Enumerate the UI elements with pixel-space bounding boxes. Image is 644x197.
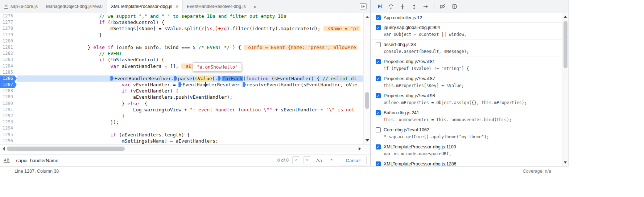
search-input[interactable]: [13, 157, 274, 164]
breakpoint-checkbox[interactable]: ✓: [376, 110, 381, 115]
deactivate-breakpoints-icon[interactable]: [438, 2, 447, 11]
line-number[interactable]: 1276: [0, 13, 17, 19]
line-number[interactable]: 1290: [0, 100, 17, 107]
breakpoint-checkbox[interactable]: [376, 42, 381, 47]
breakpoint-entry[interactable]: ✓Properties-dbg.js?eval:81if (typeof (sV…: [371, 57, 568, 74]
code-token: sValue: [195, 76, 212, 81]
breakpoint-entry[interactable]: ✓jquery.sap.global-dbg.js:904var oObject…: [371, 23, 568, 40]
line-number[interactable]: 1277: [0, 19, 17, 25]
breakpoint-gutter-marker[interactable]: 1286: [0, 75, 17, 82]
line-text: if (aEventHandlers.length) {: [17, 132, 370, 138]
line-number[interactable]: 1278: [0, 25, 17, 32]
tab-managedobject-dbg-js-eval[interactable]: ManagedObject-dbg.js?eval: [42, 0, 107, 13]
breakpoint-entry[interactable]: ✓Properties-dbg.js?eval:98oClone.mProper…: [371, 91, 568, 108]
close-icon[interactable]: ×: [176, 4, 178, 9]
step-icon[interactable]: [421, 2, 430, 11]
breakpoint-checkbox[interactable]: ✓: [376, 76, 381, 81]
editor-horizontal-scrollbar[interactable]: [0, 144, 370, 152]
scroll-right-arrow-icon[interactable]: [359, 147, 361, 151]
breakpoint-entry[interactable]: assert-dbg.js:33console.assert(bResult, …: [371, 40, 568, 57]
line-number[interactable]: 1292: [0, 113, 17, 119]
breakpoint-checkbox[interactable]: ✓: [376, 15, 381, 20]
breakpoint-entry[interactable]: Core-dbg.js?eval:1062* sap.ui.getCore().…: [371, 125, 568, 142]
horizontal-scrollbar-thumb[interactable]: [7, 147, 125, 151]
inline-breakpoint-marker-icon[interactable]: [243, 82, 246, 87]
breakpoint-entry[interactable]: ✓Button-dbg.js:241this._onmouseenter = t…: [371, 108, 568, 125]
breakpoint-entry[interactable]: ✓XMLTemplateProcessor-dbg.js:1286EventHa…: [371, 159, 568, 166]
pause-on-exceptions-icon[interactable]: [450, 2, 459, 11]
code-token: function: [246, 76, 269, 81]
breakpoint-entry[interactable]: ✓Properties-dbg.js?eval:87this.mProperti…: [371, 74, 568, 91]
chevron-up-icon: ˄: [295, 158, 297, 163]
code-line-1282: 1282 // EVENT: [0, 50, 370, 57]
line-number[interactable]: 1285: [0, 69, 17, 75]
editor-vertical-scrollbar[interactable]: [363, 13, 370, 144]
line-number[interactable]: 1288: [0, 88, 17, 94]
code-line-1287: 1287 var vEventHandler = EventHandlerRes…: [0, 82, 370, 88]
regex-toggle[interactable]: .*: [327, 157, 335, 164]
scrollbar-thumb[interactable]: [564, 21, 567, 68]
breakpoint-entry[interactable]: ✓App.controller.js:12: [371, 13, 568, 23]
breakpoint-checkbox[interactable]: ✓: [376, 93, 381, 98]
scroll-down-arrow-icon[interactable]: [564, 161, 567, 164]
scroll-up-arrow-icon[interactable]: [366, 16, 369, 18]
line-number[interactable]: 1282: [0, 50, 17, 57]
breakpoint-code-snippet: console.assert(bResult, sMessage);: [384, 49, 560, 56]
step-into-icon[interactable]: [398, 2, 407, 11]
sidebar-toggle-icon[interactable]: [360, 3, 367, 9]
code-line-1295: 1295 if (aEventHandlers.length) {: [0, 132, 370, 138]
match-case-toggle[interactable]: Aa: [314, 157, 324, 164]
breakpoint-gutter-marker[interactable]: 1287: [0, 82, 17, 88]
inline-breakpoint-marker-icon[interactable]: [178, 82, 182, 87]
line-number[interactable]: 1296: [0, 138, 17, 144]
code-token: parse(: [178, 76, 195, 81]
code-line-1290: 1290 } else {: [0, 100, 370, 107]
coverage-label[interactable]: Coverage: n/a: [523, 169, 551, 174]
debugger-sidebar: ✓App.controller.js:12✓jquery.sap.global-…: [371, 0, 569, 166]
tab-xmltemplateprocessor-dbg-js[interactable]: XMLTemplateProcessor-dbg.js×: [107, 0, 183, 13]
cancel-button[interactable]: Cancel: [340, 156, 367, 165]
horizontal-scroll-track[interactable]: [5, 145, 359, 152]
breakpoint-checkbox[interactable]: ✓: [376, 144, 381, 149]
tab-overflow-button[interactable]: »: [250, 0, 260, 13]
inline-breakpoint-marker-icon[interactable]: [218, 76, 221, 81]
line-text: if (!bStashedControl) {: [17, 19, 370, 25]
chevron-down-icon: ˅: [306, 158, 308, 163]
inline-breakpoint-marker-icon[interactable]: [110, 76, 113, 81]
scroll-up-arrow-icon[interactable]: [564, 16, 567, 18]
find-next-button[interactable]: ˅: [303, 156, 311, 164]
line-number[interactable]: 1284: [0, 63, 17, 69]
find-previous-button[interactable]: ˄: [292, 156, 300, 164]
line-number[interactable]: 1294: [0, 125, 17, 131]
breakpoint-checkbox[interactable]: ✓: [376, 161, 381, 166]
code-token: if: [122, 88, 128, 94]
line-number[interactable]: 1280: [0, 38, 17, 44]
code-token: [20, 57, 99, 62]
breakpoint-checkbox[interactable]: ✓: [376, 59, 381, 64]
breakpoint-checkbox[interactable]: ✓: [376, 25, 381, 30]
code-token: // eslint-di: [322, 76, 356, 81]
line-text: } else if (oInfo && oInfo._iKind === 5 /…: [17, 44, 370, 50]
line-number[interactable]: 1279: [0, 32, 17, 38]
line-number[interactable]: 1291: [0, 107, 17, 113]
line-number[interactable]: 1293: [0, 119, 17, 125]
line-number[interactable]: 1283: [0, 57, 17, 63]
scroll-down-arrow-icon[interactable]: [366, 139, 369, 141]
code-token: aEventHandlers.push(vEventHandler);: [20, 94, 232, 100]
step-over-icon[interactable]: [386, 2, 396, 11]
tab-sap-ui-core-js[interactable]: sap-ui-core.js: [0, 0, 42, 13]
tab-eventhandlerresolver-dbg-js[interactable]: EventHandlerResolver-dbg.js: [183, 0, 250, 13]
sidebar-scrollbar[interactable]: [562, 13, 568, 166]
line-number[interactable]: 1281: [0, 44, 17, 50]
resume-icon[interactable]: [375, 2, 384, 11]
line-number[interactable]: 1295: [0, 132, 17, 138]
scrollbar-thumb[interactable]: [365, 92, 369, 109]
breakpoint-entry[interactable]: ✓XMLTemplateProcessor-dbg.js:1100var ns …: [371, 142, 568, 159]
breakpoint-code-snippet: oClone.mProperties = Object.assign({}, t…: [384, 100, 560, 107]
inline-breakpoint-marker-icon[interactable]: [174, 76, 177, 81]
code-editor[interactable]: 1276 // we support "," and " " to separa…: [0, 13, 370, 144]
breakpoint-checkbox[interactable]: [376, 127, 381, 132]
step-out-icon[interactable]: [409, 2, 419, 11]
line-number[interactable]: 1289: [0, 94, 17, 100]
code-token: /* EVENT */: [198, 45, 230, 50]
